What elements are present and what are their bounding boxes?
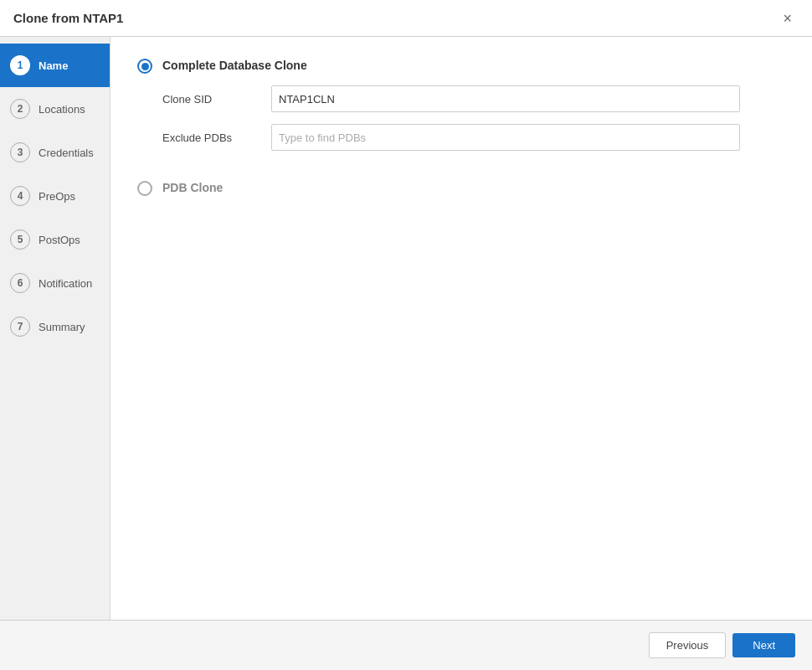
- step-badge-6: 6: [10, 273, 30, 293]
- complete-db-clone-content: Complete Database Clone Clone SID Exclud…: [162, 57, 785, 162]
- sidebar-item-notification[interactable]: 6 Notification: [0, 261, 110, 305]
- complete-db-clone-option: Complete Database Clone Clone SID Exclud…: [137, 57, 785, 162]
- close-button[interactable]: ×: [776, 8, 799, 29]
- main-content: Complete Database Clone Clone SID Exclud…: [110, 37, 812, 620]
- sidebar-item-summary[interactable]: 7 Summary: [0, 305, 110, 348]
- sidebar-item-label-notification: Notification: [39, 277, 92, 290]
- dialog-body: 1 Name 2 Locations 3 Credentials 4 PreOp…: [0, 37, 812, 620]
- sidebar-item-credentials[interactable]: 3 Credentials: [0, 131, 110, 174]
- sidebar-item-label-credentials: Credentials: [39, 147, 94, 159]
- pdb-clone-radio[interactable]: [137, 181, 152, 196]
- next-button[interactable]: Next: [732, 633, 795, 657]
- pdb-clone-content: PDB Clone: [162, 179, 785, 194]
- sidebar-item-name[interactable]: 1 Name: [0, 44, 110, 87]
- dialog-footer: Previous Next: [0, 620, 812, 670]
- clone-sid-label: Clone SID: [162, 93, 271, 106]
- step-badge-5: 5: [10, 229, 30, 250]
- step-badge-4: 4: [10, 186, 30, 206]
- sidebar-item-label-postops: PostOps: [39, 234, 80, 246]
- previous-button[interactable]: Previous: [649, 632, 727, 658]
- dialog-header: Clone from NTAP1 ×: [0, 0, 812, 37]
- clone-sid-input[interactable]: [271, 85, 740, 112]
- exclude-pdbs-input[interactable]: [271, 124, 740, 151]
- sidebar-item-label-preops: PreOps: [39, 190, 75, 203]
- sidebar-item-label-summary: Summary: [39, 321, 85, 333]
- pdb-clone-title: PDB Clone: [162, 179, 785, 194]
- step-badge-1: 1: [10, 55, 30, 75]
- sidebar-item-label-locations: Locations: [39, 103, 85, 116]
- pdb-clone-option: PDB Clone: [137, 179, 785, 196]
- complete-db-clone-title: Complete Database Clone: [162, 57, 785, 72]
- sidebar-item-postops[interactable]: 5 PostOps: [0, 218, 110, 261]
- sidebar-item-locations[interactable]: 2 Locations: [0, 87, 110, 131]
- exclude-pdbs-label: Exclude PDBs: [162, 131, 271, 144]
- complete-db-clone-radio[interactable]: [137, 59, 152, 74]
- sidebar-item-preops[interactable]: 4 PreOps: [0, 174, 110, 218]
- clone-dialog: Clone from NTAP1 × 1 Name 2 Locations 3 …: [0, 0, 812, 670]
- exclude-pdbs-group: Exclude PDBs: [162, 124, 785, 151]
- step-badge-2: 2: [10, 99, 30, 119]
- step-badge-3: 3: [10, 142, 30, 162]
- sidebar-item-label-name: Name: [39, 59, 68, 72]
- clone-sid-group: Clone SID: [162, 85, 785, 112]
- sidebar: 1 Name 2 Locations 3 Credentials 4 PreOp…: [0, 37, 110, 620]
- step-badge-7: 7: [10, 317, 30, 337]
- dialog-title: Clone from NTAP1: [13, 11, 123, 25]
